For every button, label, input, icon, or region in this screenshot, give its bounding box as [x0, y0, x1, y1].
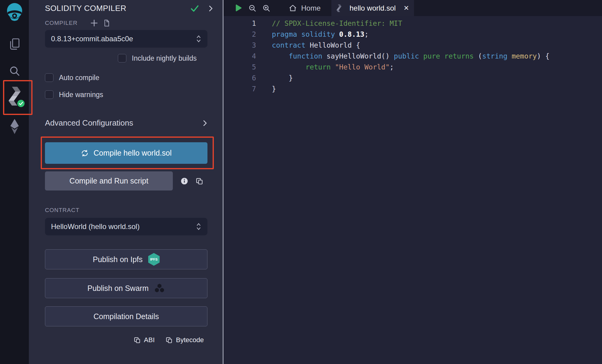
include-nightly-checkbox[interactable]: [118, 54, 126, 62]
auto-compile-checkbox-row[interactable]: Auto compile: [45, 73, 99, 82]
advanced-configurations-toggle[interactable]: Advanced Configurations: [45, 118, 207, 128]
publish-on-ipfs-button[interactable]: Publish on Ipfs IPFS: [45, 249, 207, 269]
copy-bytecode-button[interactable]: Bytecode: [166, 336, 204, 344]
select-stepper-icon: [196, 223, 201, 231]
compile-and-run-row: Compile and Run script: [45, 171, 207, 190]
select-stepper-icon: [196, 35, 201, 43]
abi-bytecode-row: ABI Bytecode: [134, 336, 204, 344]
activity-bar: [0, 0, 29, 364]
code-text: function sayHelloWorld() public pure ret…: [256, 51, 549, 62]
code-line[interactable]: 1// SPDX-License-Identifier: MIT: [224, 18, 602, 29]
bytecode-label: Bytecode: [176, 336, 204, 344]
tab-home-label: Home: [301, 4, 320, 12]
compile-success-badge-icon: [17, 99, 25, 107]
line-number: 7: [224, 83, 256, 94]
code-editor[interactable]: 1// SPDX-License-Identifier: MIT2pragma …: [224, 16, 602, 364]
file-explorer-icon[interactable]: [8, 38, 21, 50]
solidity-compiler-icon[interactable]: [7, 87, 22, 106]
home-icon: [289, 4, 297, 12]
refresh-icon: [81, 149, 89, 157]
auto-compile-label: Auto compile: [59, 74, 99, 82]
search-icon[interactable]: [9, 65, 21, 77]
contract-select-value: HelloWorld (hello world.sol): [51, 222, 140, 231]
line-number: 4: [224, 51, 256, 62]
code-line[interactable]: 6 }: [224, 72, 602, 83]
deploy-and-run-icon[interactable]: [9, 119, 20, 134]
code-text: }: [256, 72, 293, 83]
remix-logo-icon: [5, 2, 25, 21]
remix-logo[interactable]: [5, 2, 25, 21]
copy-icon[interactable]: [196, 177, 204, 185]
publish-ipfs-label: Publish on Ipfs: [93, 255, 143, 264]
hide-warnings-checkbox[interactable]: [45, 90, 53, 99]
code-text: return "Hello World";: [256, 62, 394, 72]
code-line[interactable]: 2pragma solidity 0.8.13;: [224, 29, 602, 40]
hide-panel-chevron-icon[interactable]: [208, 5, 213, 12]
remix-ide: SOLIDITY COMPILER COMPILER: [0, 0, 602, 364]
line-number: 6: [224, 72, 256, 83]
compile-success-check-icon: [190, 4, 199, 13]
editor-pane: Home hello world.sol ✕ 1// SPDX-License-…: [224, 0, 602, 364]
code-line[interactable]: 4 function sayHelloWorld() public pure r…: [224, 51, 602, 62]
code-text: contract HelloWorld {: [256, 40, 360, 51]
tab-home[interactable]: Home: [278, 0, 331, 16]
tab-hello-world-sol[interactable]: hello world.sol ✕: [331, 0, 414, 16]
zoom-in-button[interactable]: [259, 0, 273, 16]
code-text: // SPDX-License-Identifier: MIT: [256, 18, 402, 29]
code-text: pragma solidity 0.8.13;: [256, 29, 369, 40]
copy-icon: [166, 336, 173, 344]
solidity-file-icon: [336, 4, 342, 12]
editor-toolbar: [224, 0, 273, 16]
include-nightly-label: Include nightly builds: [132, 54, 197, 62]
solidity-compiler-panel: SOLIDITY COMPILER COMPILER: [29, 0, 223, 364]
run-script-play-button[interactable]: [231, 0, 245, 16]
hide-warnings-label: Hide warnings: [59, 91, 103, 99]
code-line[interactable]: 5 return "Hello World";: [224, 62, 602, 72]
compiler-version-value: 0.8.13+commit.abaa5c0e: [51, 35, 133, 43]
ipfs-icon: IPFS: [148, 253, 160, 266]
copy-abi-button[interactable]: ABI: [134, 336, 155, 344]
code-area: 1// SPDX-License-Identifier: MIT2pragma …: [224, 18, 602, 94]
compile-button[interactable]: Compile hello world.sol: [45, 142, 207, 164]
advanced-configurations-label: Advanced Configurations: [45, 118, 133, 128]
zoom-out-button[interactable]: [245, 0, 259, 16]
line-number: 2: [224, 29, 256, 40]
code-text: }: [256, 83, 276, 94]
publish-swarm-label: Publish on Swarm: [87, 284, 149, 293]
line-number: 3: [224, 40, 256, 51]
line-number: 1: [224, 18, 256, 29]
chevron-right-icon: [203, 120, 207, 127]
contract-section-label: CONTRACT: [45, 207, 80, 214]
auto-compile-checkbox[interactable]: [45, 73, 53, 82]
line-number: 5: [224, 62, 256, 72]
code-line[interactable]: 7}: [224, 83, 602, 94]
publish-on-swarm-button[interactable]: Publish on Swarm: [45, 278, 207, 298]
tab-file-label: hello world.sol: [346, 4, 399, 12]
editor-tabbar: Home hello world.sol ✕: [224, 0, 602, 16]
panel-title: SOLIDITY COMPILER: [45, 4, 126, 13]
hide-warnings-checkbox-row[interactable]: Hide warnings: [45, 90, 103, 99]
open-config-file-icon[interactable]: [103, 19, 110, 27]
swarm-icon: [154, 283, 165, 293]
compiler-section-header: COMPILER: [45, 19, 110, 27]
compiler-version-select[interactable]: 0.8.13+commit.abaa5c0e: [45, 30, 207, 48]
copy-icon: [134, 336, 141, 344]
abi-label: ABI: [144, 336, 155, 344]
compiler-section-label: COMPILER: [45, 20, 77, 26]
compilation-details-button[interactable]: Compilation Details: [45, 306, 207, 326]
compile-button-label: Compile hello world.sol: [94, 149, 172, 157]
code-line[interactable]: 3contract HelloWorld {: [224, 40, 602, 51]
info-icon[interactable]: [180, 177, 188, 185]
panel-header: SOLIDITY COMPILER: [45, 4, 213, 13]
close-tab-icon[interactable]: ✕: [404, 5, 409, 12]
compile-and-run-button[interactable]: Compile and Run script: [45, 171, 173, 190]
add-compiler-icon[interactable]: [90, 19, 98, 27]
include-nightly-checkbox-row[interactable]: Include nightly builds: [118, 54, 197, 62]
contract-select[interactable]: HelloWorld (hello world.sol): [45, 218, 207, 235]
